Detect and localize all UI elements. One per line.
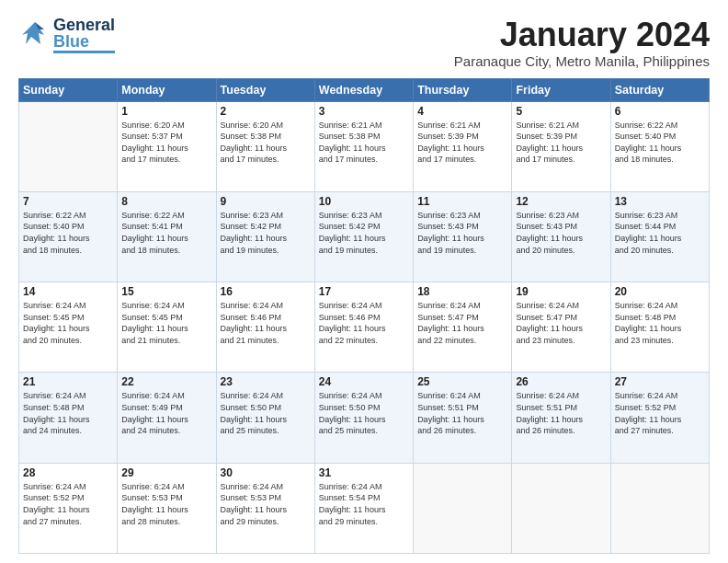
- calendar-header: Sunday Monday Tuesday Wednesday Thursday…: [19, 78, 710, 101]
- day-cell: 3Sunrise: 6:21 AMSunset: 5:38 PMDaylight…: [314, 101, 413, 191]
- day-number: 12: [516, 195, 606, 208]
- day-cell: 30Sunrise: 6:24 AMSunset: 5:53 PMDayligh…: [216, 463, 314, 553]
- day-number: 2: [221, 105, 311, 118]
- day-info: Sunrise: 6:24 AMSunset: 5:48 PMDaylight:…: [23, 390, 113, 436]
- day-info: Sunrise: 6:24 AMSunset: 5:50 PMDaylight:…: [221, 390, 311, 436]
- day-info: Sunrise: 6:24 AMSunset: 5:52 PMDaylight:…: [23, 481, 113, 527]
- day-number: 14: [23, 285, 113, 298]
- day-number: 18: [417, 285, 507, 298]
- day-info: Sunrise: 6:24 AMSunset: 5:53 PMDaylight:…: [221, 481, 311, 527]
- day-cell: 17Sunrise: 6:24 AMSunset: 5:46 PMDayligh…: [314, 282, 413, 373]
- day-cell: 14Sunrise: 6:24 AMSunset: 5:45 PMDayligh…: [19, 282, 118, 373]
- day-number: 17: [319, 285, 409, 298]
- day-info: Sunrise: 6:22 AMSunset: 5:40 PMDaylight:…: [23, 210, 113, 256]
- day-number: 6: [615, 105, 705, 118]
- day-info: Sunrise: 6:24 AMSunset: 5:45 PMDaylight:…: [23, 300, 113, 346]
- week-row-3: 21Sunrise: 6:24 AMSunset: 5:48 PMDayligh…: [19, 373, 710, 463]
- day-number: 8: [121, 195, 211, 208]
- day-info: Sunrise: 6:24 AMSunset: 5:50 PMDaylight:…: [319, 390, 409, 436]
- day-cell: 20Sunrise: 6:24 AMSunset: 5:48 PMDayligh…: [610, 282, 709, 373]
- svg-marker-0: [22, 22, 44, 44]
- calendar-body: 1Sunrise: 6:20 AMSunset: 5:37 PMDaylight…: [19, 101, 710, 553]
- col-monday: Monday: [118, 78, 216, 101]
- day-number: 3: [319, 105, 409, 118]
- logo-name: General Blue: [53, 17, 115, 53]
- day-cell: 29Sunrise: 6:24 AMSunset: 5:53 PMDayligh…: [118, 463, 216, 553]
- col-friday: Friday: [512, 78, 610, 101]
- day-number: 27: [615, 375, 705, 388]
- day-info: Sunrise: 6:23 AMSunset: 5:44 PMDaylight:…: [615, 210, 705, 256]
- day-cell: 25Sunrise: 6:24 AMSunset: 5:51 PMDayligh…: [414, 373, 512, 463]
- day-info: Sunrise: 6:24 AMSunset: 5:46 PMDaylight:…: [221, 300, 311, 346]
- logo: General Blue: [18, 17, 115, 53]
- page: General Blue January 2024 Paranaque City…: [0, 0, 728, 563]
- day-number: 13: [615, 195, 705, 208]
- day-number: 19: [516, 285, 606, 298]
- day-info: Sunrise: 6:21 AMSunset: 5:39 PMDaylight:…: [516, 120, 606, 166]
- day-info: Sunrise: 6:24 AMSunset: 5:47 PMDaylight:…: [516, 300, 606, 346]
- col-tuesday: Tuesday: [216, 78, 314, 101]
- day-cell: 13Sunrise: 6:23 AMSunset: 5:44 PMDayligh…: [610, 191, 709, 282]
- day-info: Sunrise: 6:24 AMSunset: 5:51 PMDaylight:…: [417, 390, 507, 436]
- week-row-4: 28Sunrise: 6:24 AMSunset: 5:52 PMDayligh…: [19, 463, 710, 553]
- day-number: 23: [221, 375, 311, 388]
- day-cell: 23Sunrise: 6:24 AMSunset: 5:50 PMDayligh…: [216, 373, 314, 463]
- day-number: 29: [121, 466, 211, 479]
- day-number: 20: [615, 285, 705, 298]
- day-info: Sunrise: 6:22 AMSunset: 5:40 PMDaylight:…: [615, 120, 705, 166]
- week-row-0: 1Sunrise: 6:20 AMSunset: 5:37 PMDaylight…: [19, 101, 710, 191]
- calendar-table: Sunday Monday Tuesday Wednesday Thursday…: [18, 78, 710, 554]
- day-cell: [512, 463, 610, 553]
- day-number: 7: [23, 195, 113, 208]
- day-info: Sunrise: 6:23 AMSunset: 5:42 PMDaylight:…: [319, 210, 409, 256]
- day-info: Sunrise: 6:24 AMSunset: 5:47 PMDaylight:…: [417, 300, 507, 346]
- day-number: 15: [121, 285, 211, 298]
- day-cell: 31Sunrise: 6:24 AMSunset: 5:54 PMDayligh…: [314, 463, 413, 553]
- logo-bird-icon: [18, 18, 51, 52]
- day-cell: 18Sunrise: 6:24 AMSunset: 5:47 PMDayligh…: [414, 282, 512, 373]
- day-number: 26: [516, 375, 606, 388]
- week-row-2: 14Sunrise: 6:24 AMSunset: 5:45 PMDayligh…: [19, 282, 710, 373]
- day-number: 10: [319, 195, 409, 208]
- day-cell: 15Sunrise: 6:24 AMSunset: 5:45 PMDayligh…: [118, 282, 216, 373]
- day-cell: [610, 463, 709, 553]
- day-info: Sunrise: 6:24 AMSunset: 5:52 PMDaylight:…: [615, 390, 705, 436]
- days-of-week-row: Sunday Monday Tuesday Wednesday Thursday…: [19, 78, 710, 101]
- day-cell: 16Sunrise: 6:24 AMSunset: 5:46 PMDayligh…: [216, 282, 314, 373]
- day-info: Sunrise: 6:21 AMSunset: 5:38 PMDaylight:…: [319, 120, 409, 166]
- day-info: Sunrise: 6:23 AMSunset: 5:42 PMDaylight:…: [221, 210, 311, 256]
- day-info: Sunrise: 6:24 AMSunset: 5:48 PMDaylight:…: [615, 300, 705, 346]
- col-wednesday: Wednesday: [314, 78, 413, 101]
- col-saturday: Saturday: [610, 78, 709, 101]
- day-info: Sunrise: 6:20 AMSunset: 5:37 PMDaylight:…: [121, 120, 211, 166]
- day-cell: [19, 101, 118, 191]
- day-number: 1: [121, 105, 211, 118]
- day-number: 11: [417, 195, 507, 208]
- day-info: Sunrise: 6:24 AMSunset: 5:53 PMDaylight:…: [121, 481, 211, 527]
- day-cell: 1Sunrise: 6:20 AMSunset: 5:37 PMDaylight…: [118, 101, 216, 191]
- logo-general-text: General: [53, 17, 115, 33]
- day-cell: 24Sunrise: 6:24 AMSunset: 5:50 PMDayligh…: [314, 373, 413, 463]
- day-cell: 9Sunrise: 6:23 AMSunset: 5:42 PMDaylight…: [216, 191, 314, 282]
- day-cell: 22Sunrise: 6:24 AMSunset: 5:49 PMDayligh…: [118, 373, 216, 463]
- day-info: Sunrise: 6:21 AMSunset: 5:39 PMDaylight:…: [417, 120, 507, 166]
- day-number: 9: [221, 195, 311, 208]
- title-section: January 2024 Paranaque City, Metro Manil…: [454, 17, 710, 69]
- day-number: 30: [221, 466, 311, 479]
- day-info: Sunrise: 6:23 AMSunset: 5:43 PMDaylight:…: [516, 210, 606, 256]
- col-thursday: Thursday: [414, 78, 512, 101]
- day-cell: 27Sunrise: 6:24 AMSunset: 5:52 PMDayligh…: [610, 373, 709, 463]
- day-number: 22: [121, 375, 211, 388]
- day-info: Sunrise: 6:22 AMSunset: 5:41 PMDaylight:…: [121, 210, 211, 256]
- day-cell: 21Sunrise: 6:24 AMSunset: 5:48 PMDayligh…: [19, 373, 118, 463]
- logo-underline: [53, 51, 115, 53]
- day-number: 16: [221, 285, 311, 298]
- location: Paranaque City, Metro Manila, Philippine…: [454, 53, 710, 69]
- logo-blue-text: Blue: [53, 33, 115, 50]
- day-number: 4: [417, 105, 507, 118]
- day-cell: 8Sunrise: 6:22 AMSunset: 5:41 PMDaylight…: [118, 191, 216, 282]
- day-cell: 28Sunrise: 6:24 AMSunset: 5:52 PMDayligh…: [19, 463, 118, 553]
- day-cell: 6Sunrise: 6:22 AMSunset: 5:40 PMDaylight…: [610, 101, 709, 191]
- day-cell: 19Sunrise: 6:24 AMSunset: 5:47 PMDayligh…: [512, 282, 610, 373]
- week-row-1: 7Sunrise: 6:22 AMSunset: 5:40 PMDaylight…: [19, 191, 710, 282]
